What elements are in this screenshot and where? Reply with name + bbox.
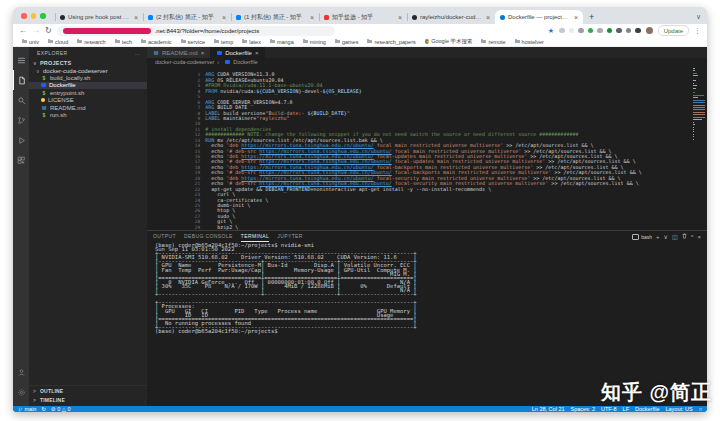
bookmark-item[interactable]: hostelver [515, 39, 544, 45]
panel-tab[interactable]: DEBUG CONSOLE [184, 231, 233, 242]
extension-icon[interactable] [616, 28, 622, 34]
bookmark-item[interactable]: univ [22, 39, 39, 45]
minimize-window-button[interactable] [31, 13, 37, 19]
bookmark-item[interactable]: research [77, 39, 105, 45]
git-branch-item[interactable]: main [18, 407, 36, 412]
encoding[interactable]: UTF-8 [601, 407, 617, 412]
extension-icon[interactable] [607, 28, 613, 34]
indentation[interactable]: Spaces: 2 [571, 407, 595, 412]
tab-close-icon[interactable]: × [486, 14, 490, 21]
more-actions-icon[interactable]: … [135, 50, 141, 56]
bookmark-star-icon[interactable]: ★ [548, 27, 554, 35]
keyboard-layout[interactable]: Layout: US [665, 407, 692, 412]
bookmark-item[interactable]: cloud [48, 39, 68, 45]
tab-close-icon[interactable]: × [255, 50, 259, 56]
browser-menu-icon[interactable]: ⋮ [694, 27, 701, 35]
run-debug-icon[interactable] [13, 130, 29, 150]
reload-icon[interactable]: ↻ [45, 27, 52, 35]
sync-icon[interactable]: ↻ [41, 407, 46, 412]
browser-tabs: Using pre hook post hook scr… × (2 封私信) … [55, 10, 583, 24]
file-row[interactable]: run.sh [29, 111, 147, 118]
new-terminal-icon[interactable]: + [656, 234, 660, 240]
search-icon[interactable] [13, 90, 29, 110]
bookmark-item[interactable]: manga [270, 39, 294, 45]
browser-tab[interactable]: 知乎盐选 - 知乎 × [319, 10, 407, 24]
sidebar-section-header[interactable]: > TIMELINE [29, 395, 147, 404]
update-button[interactable]: Update [658, 25, 689, 36]
editor-tab[interactable]: Dockerfile × [211, 47, 265, 58]
line-content: apt-get update && DEBIAN_FRONTEND=nonint… [205, 186, 491, 192]
notifications-bell-icon[interactable]: ○ [699, 407, 702, 412]
bookmark-item[interactable]: games [335, 39, 359, 45]
bookmark-item[interactable]: temp [214, 39, 233, 45]
extension-icon[interactable] [626, 28, 632, 34]
tab-close-icon[interactable]: × [201, 50, 205, 56]
bookmark-item[interactable]: remote [481, 39, 505, 45]
new-tab-button[interactable]: + [589, 13, 594, 22]
file-row[interactable]: LICENSE [29, 97, 147, 104]
panel-tab[interactable]: TERMINAL [241, 231, 269, 242]
file-row[interactable]: entrypoint.sh [29, 89, 147, 96]
address-bar[interactable]: .net:8443/?folder=/home/coder/projects [57, 26, 335, 36]
folder-row[interactable]: ∨ docker-cuda-codeserver [29, 67, 147, 74]
bookmark-item[interactable]: research_papers [367, 39, 415, 45]
forward-icon[interactable]: → [32, 27, 40, 35]
extension-icon[interactable] [588, 28, 594, 34]
breadcrumb-file[interactable]: Dockerfile [233, 59, 257, 65]
close-panel-icon[interactable]: × [697, 234, 701, 240]
browser-tab[interactable]: rayleizhu/docker-cuda-codes… × [407, 10, 495, 24]
extension-icon[interactable] [635, 28, 641, 34]
breadcrumb[interactable]: docker-cuda-codeserver › Dockerfile [147, 58, 707, 66]
language-mode[interactable]: Dockerfile [635, 407, 659, 412]
extensions-icon[interactable] [13, 150, 29, 170]
sidebar-section-header[interactable]: > OUTLINE [29, 386, 147, 395]
tab-close-icon[interactable]: × [574, 14, 578, 21]
bookmark-item[interactable]: Google 学术搜索 [425, 38, 473, 45]
browser-tab[interactable]: (1 封私信) 简正 - 知乎 × [231, 10, 319, 24]
browser-tab[interactable]: Using pre hook post hook scr… × [55, 10, 143, 24]
bookmark-item[interactable]: latex [242, 39, 261, 45]
menu-icon[interactable] [13, 50, 29, 70]
tab-close-icon[interactable]: × [398, 14, 402, 21]
extension-icon[interactable] [559, 28, 565, 34]
extension-icon[interactable] [578, 28, 584, 34]
browser-tab[interactable]: (2 封私信) 简正 - 知乎 × [143, 10, 231, 24]
workspace-section[interactable]: ∨ PROJECTS [29, 58, 147, 67]
tab-close-icon[interactable]: × [134, 14, 138, 21]
extension-icon[interactable] [569, 28, 575, 34]
kill-terminal-icon[interactable] [682, 233, 687, 240]
settings-gear-icon[interactable] [13, 382, 29, 402]
bookmark-item[interactable]: mining [303, 39, 326, 45]
minimap[interactable] [693, 66, 707, 230]
maximize-panel-icon[interactable]: ^ [691, 234, 694, 240]
shell-selector[interactable]: bash [632, 234, 652, 240]
close-window-button[interactable] [21, 13, 27, 19]
bookmark-item[interactable]: academic [141, 39, 172, 45]
split-terminal-icon[interactable]: ◫ [672, 233, 678, 240]
problems-item[interactable]: ⊘ 0 △ 0 [51, 407, 70, 412]
code-editor[interactable]: 1ARG CUDA_VERSION=11.3.0 2ARG OS_RELEASE… [147, 66, 707, 230]
file-row[interactable]: Dockerfile [29, 82, 147, 89]
editor-tab[interactable]: README.md × [147, 47, 211, 58]
panel-tab[interactable]: OUTPUT [153, 231, 176, 242]
tab-close-icon[interactable]: × [310, 14, 314, 21]
breadcrumb-folder[interactable]: docker-cuda-codeserver [155, 59, 214, 65]
bookmark-item[interactable]: service [181, 39, 205, 45]
explorer-icon[interactable] [13, 70, 29, 90]
file-row[interactable]: build_locally.sh [29, 74, 147, 81]
bookmark-item[interactable]: tech [115, 39, 132, 45]
panel-tab[interactable]: JUPYTER [277, 231, 303, 242]
tab-close-icon[interactable]: × [222, 14, 226, 21]
profile-avatar[interactable] [646, 27, 653, 34]
dropdown-chevron-icon[interactable]: ∨ [664, 233, 668, 240]
extension-icon[interactable] [597, 28, 603, 34]
file-row[interactable]: README.md [29, 104, 147, 111]
tab-search-chevron-icon[interactable]: ∨ [696, 13, 701, 21]
zoom-window-button[interactable] [40, 13, 46, 19]
account-icon[interactable] [13, 362, 29, 382]
source-control-icon[interactable] [13, 110, 29, 130]
cursor-position[interactable]: Ln 28, Col 21 [532, 407, 565, 412]
back-icon[interactable]: ← [19, 27, 27, 35]
eol[interactable]: LF [623, 407, 629, 412]
browser-tab[interactable]: Dockerfile — projects — code-… × [495, 10, 583, 24]
